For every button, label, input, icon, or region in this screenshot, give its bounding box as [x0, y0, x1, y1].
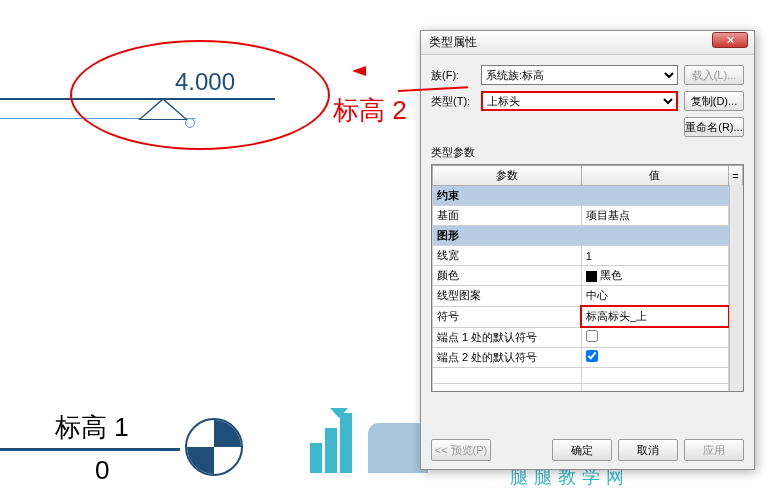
- annotation-ellipse: [70, 40, 330, 150]
- type-properties-dialog: 类型属性 ✕ 族(F): 系统族:标高 载入(L)... 类型(T): 上标头 …: [420, 30, 755, 470]
- col-header-extra[interactable]: =: [729, 166, 743, 186]
- ok-button[interactable]: 确定: [552, 439, 612, 461]
- value-color[interactable]: 黑色: [581, 266, 728, 286]
- rename-button[interactable]: 重命名(R)...: [684, 117, 744, 137]
- dialog-title: 类型属性: [429, 34, 477, 51]
- table-row: 符号标高标头_上: [433, 306, 743, 327]
- end2-checkbox[interactable]: [586, 350, 598, 362]
- value-base[interactable]: 项目基点: [581, 206, 728, 226]
- params-table-container: 参数 值 = 约束 基面项目基点 图形 线宽1 颜色黑色 线型图案中心 符号标高…: [431, 164, 744, 392]
- value-symbol[interactable]: 标高标头_上: [581, 306, 728, 327]
- copy-button[interactable]: 复制(D)...: [684, 91, 744, 111]
- value-end1[interactable]: [581, 327, 728, 347]
- level-1-value: 0: [95, 455, 109, 486]
- table-row: [433, 383, 743, 392]
- color-swatch: [586, 271, 597, 282]
- table-row: 线宽1: [433, 246, 743, 266]
- level-1-marker-circle: [185, 418, 243, 476]
- table-row: 基面项目基点: [433, 206, 743, 226]
- param-lineweight[interactable]: 线宽: [433, 246, 582, 266]
- svg-rect-2: [340, 413, 352, 473]
- table-row: 端点 1 处的默认符号: [433, 327, 743, 347]
- category-constraint[interactable]: 约束: [433, 186, 743, 206]
- param-symbol[interactable]: 符号: [433, 306, 582, 327]
- preview-button[interactable]: << 预览(P): [431, 439, 491, 461]
- value-pattern[interactable]: 中心: [581, 286, 728, 307]
- watermark-logo: [300, 403, 428, 473]
- end1-checkbox[interactable]: [586, 330, 598, 342]
- scrollbar[interactable]: [729, 185, 743, 391]
- svg-rect-0: [310, 443, 322, 473]
- table-row: 线型图案中心: [433, 286, 743, 307]
- param-color[interactable]: 颜色: [433, 266, 582, 286]
- table-row: 颜色黑色: [433, 266, 743, 286]
- family-label: 族(F):: [431, 68, 481, 83]
- table-row: [433, 367, 743, 383]
- param-end2[interactable]: 端点 2 处的默认符号: [433, 347, 582, 367]
- level-2-label: 标高 2: [333, 93, 407, 128]
- type-params-label: 类型参数: [431, 145, 744, 160]
- load-button[interactable]: 载入(L)...: [684, 65, 744, 85]
- svg-rect-1: [325, 428, 337, 473]
- param-end1[interactable]: 端点 1 处的默认符号: [433, 327, 582, 347]
- dialog-titlebar[interactable]: 类型属性 ✕: [421, 31, 754, 55]
- col-header-param[interactable]: 参数: [433, 166, 582, 186]
- value-end2[interactable]: [581, 347, 728, 367]
- level-1-line: [0, 448, 180, 451]
- family-select[interactable]: 系统族:标高: [481, 65, 678, 85]
- building-icon: [300, 403, 360, 473]
- type-select[interactable]: 上标头: [481, 91, 678, 111]
- param-pattern[interactable]: 线型图案: [433, 286, 582, 307]
- annotation-arrow-head: [352, 66, 366, 76]
- value-lineweight[interactable]: 1: [581, 246, 728, 266]
- type-label: 类型(T):: [431, 94, 481, 109]
- close-button[interactable]: ✕: [712, 32, 748, 48]
- level-1-label: 标高 1: [55, 410, 129, 445]
- table-row: 端点 2 处的默认符号: [433, 347, 743, 367]
- params-table: 参数 值 = 约束 基面项目基点 图形 线宽1 颜色黑色 线型图案中心 符号标高…: [432, 165, 743, 392]
- cancel-button[interactable]: 取消: [618, 439, 678, 461]
- col-header-value[interactable]: 值: [581, 166, 728, 186]
- category-graphics[interactable]: 图形: [433, 226, 743, 246]
- apply-button[interactable]: 应用: [684, 439, 744, 461]
- param-base[interactable]: 基面: [433, 206, 582, 226]
